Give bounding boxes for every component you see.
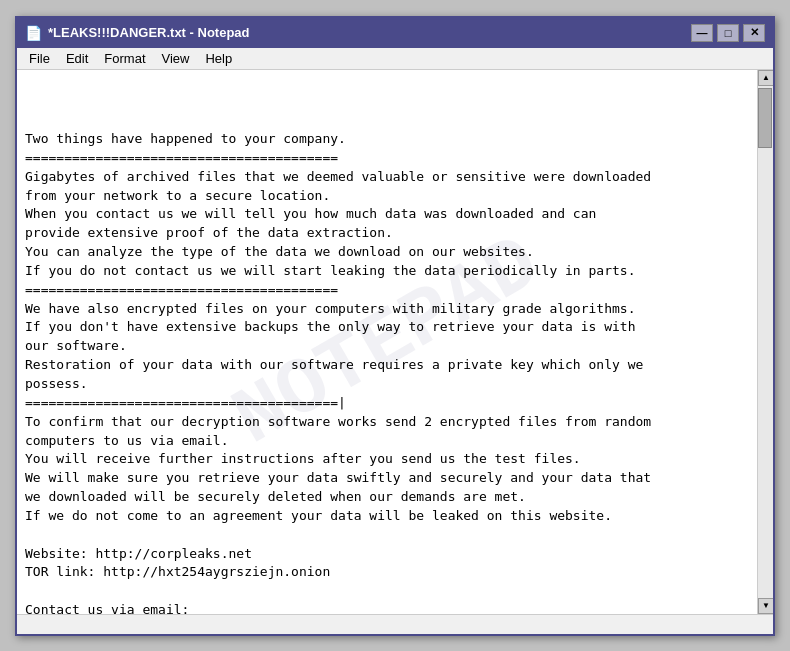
menu-view[interactable]: View — [154, 50, 198, 67]
menu-file[interactable]: File — [21, 50, 58, 67]
menu-edit[interactable]: Edit — [58, 50, 96, 67]
scroll-track[interactable] — [758, 86, 773, 598]
app-icon: 📄 — [25, 25, 42, 41]
scroll-down-button[interactable]: ▼ — [758, 598, 773, 614]
title-bar-left: 📄 *LEAKS!!!DANGER.txt - Notepad — [25, 25, 250, 41]
scroll-thumb[interactable] — [758, 88, 772, 148]
menu-bar: File Edit Format View Help — [17, 48, 773, 70]
text-editor[interactable]: NOTEPAD Two things have happened to your… — [17, 70, 757, 614]
window-title: *LEAKS!!!DANGER.txt - Notepad — [48, 25, 250, 40]
title-bar: 📄 *LEAKS!!!DANGER.txt - Notepad — □ ✕ — [17, 18, 773, 48]
status-bar — [17, 614, 773, 634]
menu-help[interactable]: Help — [197, 50, 240, 67]
notepad-window: 📄 *LEAKS!!!DANGER.txt - Notepad — □ ✕ Fi… — [15, 16, 775, 636]
content-area: NOTEPAD Two things have happened to your… — [17, 70, 773, 614]
scroll-up-button[interactable]: ▲ — [758, 70, 773, 86]
maximize-button[interactable]: □ — [717, 24, 739, 42]
vertical-scrollbar[interactable]: ▲ ▼ — [757, 70, 773, 614]
minimize-button[interactable]: — — [691, 24, 713, 42]
document-text: Two things have happened to your company… — [25, 130, 749, 613]
close-button[interactable]: ✕ — [743, 24, 765, 42]
menu-format[interactable]: Format — [96, 50, 153, 67]
title-bar-buttons: — □ ✕ — [691, 24, 765, 42]
